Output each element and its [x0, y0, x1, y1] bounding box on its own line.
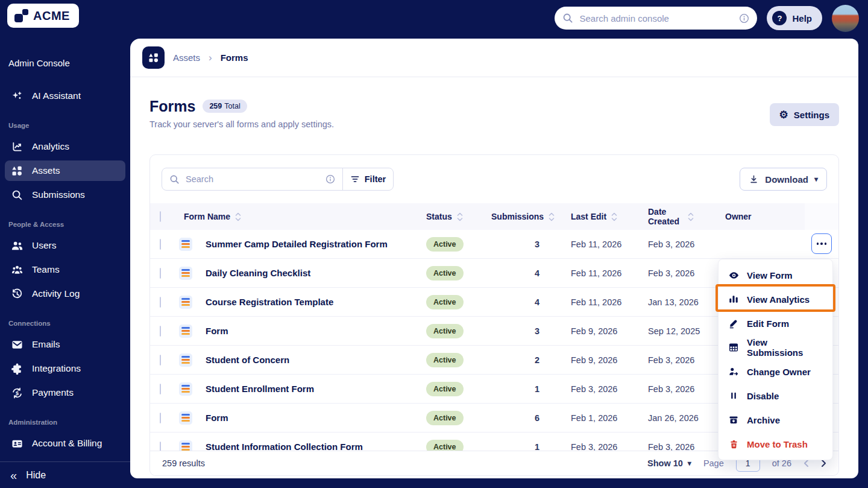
download-button[interactable]: Download ▾	[740, 168, 827, 191]
sort-icon	[688, 212, 725, 221]
row-checkbox[interactable]	[160, 413, 161, 423]
sidebar-item-integrations[interactable]: Integrations	[5, 358, 125, 379]
row-checkbox[interactable]	[160, 384, 161, 395]
status-badge: Active	[426, 266, 464, 280]
next-page-button[interactable]	[821, 459, 826, 467]
sidebar-item-submissions[interactable]: Submissions	[5, 185, 125, 205]
menu-item-view-form[interactable]: View Form	[719, 263, 832, 287]
menu-item-archive[interactable]: Archive	[719, 408, 832, 432]
last-edit: Feb 11, 2026	[571, 239, 648, 249]
sidebar-item-assets[interactable]: Assets	[5, 160, 125, 181]
sidebar-item-activity-log[interactable]: Activity Log	[5, 284, 125, 304]
sparkles-icon	[10, 90, 24, 102]
sidebar-item-label: Analytics	[32, 141, 69, 152]
form-icon	[179, 382, 192, 396]
date-created: Sep 12, 2025	[648, 326, 725, 336]
form-name[interactable]: Daily Cleaning Checklist	[203, 268, 426, 278]
date-created: Feb 3, 2026	[648, 268, 725, 278]
status-badge: Active	[426, 411, 464, 425]
admin-search-input[interactable]	[579, 13, 733, 24]
previous-page-button[interactable]	[804, 459, 809, 467]
download-icon	[749, 174, 759, 185]
date-created: Feb 3, 2026	[648, 384, 725, 394]
total-badge: 259 Total	[203, 100, 247, 113]
column-form-name[interactable]: Form Name	[179, 212, 426, 221]
help-label: Help	[792, 13, 812, 24]
form-icon	[179, 353, 192, 367]
form-name[interactable]: Student Enrollment Form	[203, 384, 426, 394]
archive-icon	[728, 414, 740, 425]
settings-label: Settings	[794, 110, 829, 120]
table-row[interactable]: Summer Camp Detailed Registration Form A…	[150, 230, 838, 259]
search-icon	[10, 189, 24, 201]
svg-text:$: $	[15, 390, 18, 396]
sidebar-item-teams[interactable]: Teams	[5, 259, 125, 280]
menu-item-change-owner[interactable]: Change Owner	[719, 360, 832, 384]
row-checkbox[interactable]	[160, 355, 161, 366]
sidebar-item-users[interactable]: Users	[5, 235, 125, 256]
page-size-select[interactable]: Show 10 ▾	[647, 458, 691, 468]
last-edit: Feb 1, 2026	[571, 413, 648, 423]
search-icon	[169, 174, 180, 185]
sidebar-section-people: People & Access	[8, 221, 122, 228]
submissions-count: 2	[491, 355, 571, 365]
sidebar-section-administration: Administration	[8, 419, 122, 426]
form-name[interactable]: Student of Concern	[203, 355, 426, 365]
form-name[interactable]: Form	[203, 413, 426, 423]
avatar[interactable]	[832, 5, 859, 32]
form-name[interactable]: Form	[203, 326, 426, 336]
analytics-icon	[10, 141, 24, 153]
date-created: Jan 13, 2026	[648, 297, 725, 307]
submissions-count: 4	[491, 268, 571, 278]
column-status[interactable]: Status	[426, 212, 491, 221]
integrations-icon	[10, 363, 24, 375]
sidebar-item-label: Submissions	[32, 189, 85, 200]
form-name[interactable]: Course Registration Template	[203, 297, 426, 307]
help-button[interactable]: ? Help	[767, 6, 822, 30]
table-toolbar: Filter Download ▾	[150, 155, 838, 203]
sidebar: ACME Admin Console AI Assistant Usage An…	[0, 0, 130, 488]
chevron-down-icon: ▾	[814, 175, 818, 183]
row-checkbox[interactable]	[160, 297, 161, 308]
column-date-created[interactable]: Date Created	[648, 207, 725, 226]
menu-item-disable[interactable]: Disable	[719, 384, 832, 408]
menu-item-view-analytics[interactable]: View Analytics	[719, 287, 832, 311]
row-checkbox[interactable]	[160, 239, 161, 250]
sidebar-item-label: Emails	[32, 339, 60, 350]
submissions-count: 3	[491, 326, 571, 336]
sort-icon	[235, 212, 241, 221]
brand-logo[interactable]: ACME	[7, 4, 79, 28]
column-submissions[interactable]: Submissions	[491, 212, 571, 221]
sidebar-item-account-billing[interactable]: Account & Billing	[5, 433, 125, 454]
assets-icon	[10, 165, 24, 177]
sidebar-item-ai-assistant[interactable]: AI Assistant	[5, 86, 125, 106]
table-search-input[interactable]	[186, 174, 319, 184]
date-created: Feb 3, 2026	[648, 355, 725, 365]
row-checkbox[interactable]	[160, 268, 161, 279]
sort-icon	[457, 212, 463, 221]
page-subtitle: Track your server's all forms and apply …	[149, 119, 839, 129]
acme-logo-icon	[14, 8, 29, 23]
topbar: ? Help	[130, 0, 868, 36]
menu-item-move-to-trash[interactable]: Move to Trash	[719, 432, 832, 456]
admin-search[interactable]	[555, 7, 757, 30]
menu-item-view-submissions[interactable]: View Submissions	[719, 335, 832, 360]
chevron-right-icon: ›	[209, 52, 212, 64]
filter-icon	[350, 174, 360, 184]
sidebar-item-analytics[interactable]: Analytics	[5, 136, 125, 157]
settings-button[interactable]: ⚙ Settings	[770, 103, 839, 126]
select-all-checkbox[interactable]	[160, 211, 161, 222]
filter-label: Filter	[365, 174, 386, 184]
breadcrumb-assets[interactable]: Assets	[173, 52, 200, 63]
sidebar-item-emails[interactable]: Emails	[5, 334, 125, 355]
table-search[interactable]	[162, 168, 342, 190]
row-actions-button[interactable]	[811, 233, 832, 254]
form-name[interactable]: Summer Camp Detailed Registration Form	[203, 239, 426, 249]
menu-item-edit-form[interactable]: Edit Form	[719, 311, 832, 335]
activity-log-icon	[10, 288, 24, 300]
column-last-edit[interactable]: Last Edit	[571, 212, 648, 221]
sidebar-hide-button[interactable]: « Hide	[0, 461, 130, 488]
sidebar-item-payments[interactable]: $ Payments	[5, 382, 125, 403]
filter-button[interactable]: Filter	[342, 168, 393, 190]
row-checkbox[interactable]	[160, 326, 161, 337]
